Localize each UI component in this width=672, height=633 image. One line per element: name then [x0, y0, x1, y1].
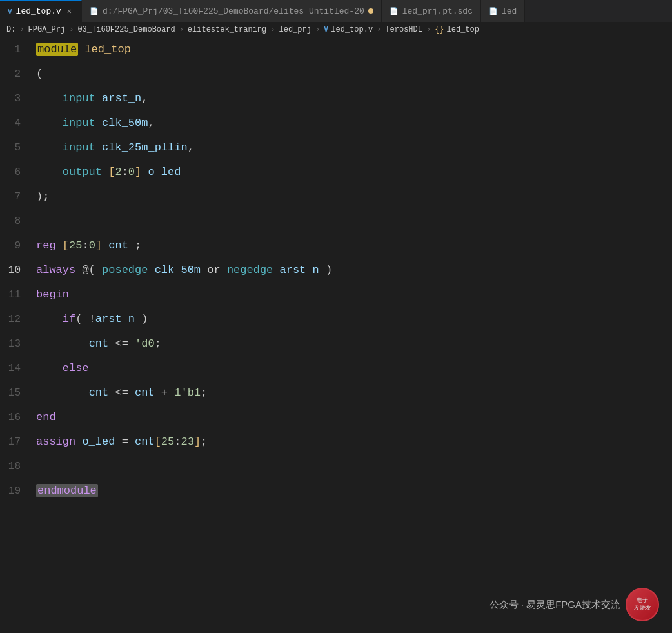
code-line-11: 11 begin	[0, 283, 672, 307]
watermark-text: 公众号 · 易灵思FPGA技术交流	[489, 599, 620, 611]
doc-file-icon-4: 📄	[489, 7, 498, 15]
doc-file-icon-2: 📄	[90, 7, 99, 15]
code-line-6: 6 output [2:0] o_led	[0, 160, 672, 185]
tab-modified-dot-2	[368, 8, 373, 14]
tab-label-1: led_top.v	[16, 6, 61, 16]
tab-led[interactable]: 📄 led	[481, 0, 525, 23]
code-line-18: 18	[0, 454, 672, 479]
code-line-12: 12 if( !arst_n )	[0, 307, 672, 332]
code-line-8: 8	[0, 209, 672, 234]
code-line-7: 7 );	[0, 185, 672, 209]
watermark: 公众号 · 易灵思FPGA技术交流 电子发烧友	[489, 588, 659, 621]
tab-sdc[interactable]: 📄 led_prj.pt.sdc	[382, 0, 481, 23]
tab-label-3: led_prj.pt.sdc	[402, 6, 473, 16]
code-line-13: 13 cnt <= 'd0;	[0, 332, 672, 356]
code-line-3: 3 input arst_n,	[0, 86, 672, 111]
code-line-15: 15 cnt <= cnt + 1'b1;	[0, 381, 672, 405]
tab-led-top-v[interactable]: V led_top.v ✕	[0, 0, 82, 23]
tab-label-2: d:/FPGA_Prj/03_Ti60F225_DemoBoard/elites…	[103, 6, 364, 16]
doc-file-icon-3: 📄	[390, 7, 399, 15]
tab-close-button-1[interactable]: ✕	[65, 6, 74, 17]
tab-label-4: led	[502, 6, 517, 16]
code-line-17: 17 assign o_led = cnt[25:23];	[0, 430, 672, 454]
code-line-19: 19 endmodule	[0, 479, 672, 503]
code-line-16: 16 end	[0, 405, 672, 430]
code-editor[interactable]: 1 module led_top 2 ( 3 input arst_n, 4 i…	[0, 37, 672, 629]
code-line-2: 2 (	[0, 62, 672, 86]
code-line-14: 14 else	[0, 356, 672, 381]
code-line-9: 9 reg [25:0] cnt ;	[0, 234, 672, 258]
tab-untitled-20[interactable]: 📄 d:/FPGA_Prj/03_Ti60F225_DemoBoard/elit…	[82, 0, 382, 23]
watermark-logo: 电子发烧友	[626, 588, 659, 621]
code-line-1: 1 module led_top	[0, 37, 672, 62]
code-line-5: 5 input clk_25m_pllin,	[0, 136, 672, 160]
verilog-file-icon: V	[8, 8, 12, 15]
tab-bar: V led_top.v ✕ 📄 d:/FPGA_Prj/03_Ti60F225_…	[0, 0, 672, 23]
code-line-4: 4 input clk_50m,	[0, 111, 672, 136]
code-line-10: 10 always @( posedge clk_50m or negedge …	[0, 258, 672, 283]
breadcrumb: D: › FPGA_Prj › 03_Ti60F225_DemoBoard › …	[0, 23, 672, 37]
